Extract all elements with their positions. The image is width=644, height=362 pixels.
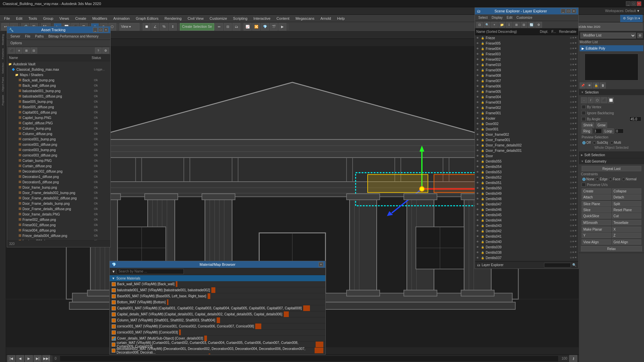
- se-search-input[interactable]: [544, 263, 571, 267]
- radio-subcategory[interactable]: SubObj: [593, 141, 608, 144]
- se-list-item[interactable]: 👁🔒Dentils038⊙❄👁: [475, 250, 578, 255]
- selection-label[interactable]: Selection: [1, 61, 5, 75]
- se-list-item[interactable]: 👁🔒Frame004⊙❄👁: [475, 94, 578, 100]
- mirror-button[interactable]: ⇔: [215, 23, 223, 31]
- se-menu-edit[interactable]: Edit: [505, 15, 515, 20]
- asset-list-item[interactable]: 🖼Door_Frame_details_bump.pngOk: [7, 201, 110, 206]
- collapse-button[interactable]: Collapse: [612, 188, 641, 194]
- at-tb-1[interactable]: ⬛: [8, 48, 15, 54]
- render-setup-button[interactable]: 🎬: [270, 23, 278, 31]
- asset-list-item[interactable]: 🖼Column_diffuse.pngOk: [7, 131, 110, 136]
- asset-list-item[interactable]: 🖼Door_Frame_details002_diffuse.pngOk: [7, 195, 110, 201]
- menu-views[interactable]: Views: [57, 15, 72, 22]
- se-maximize[interactable]: □: [566, 9, 571, 13]
- menu-file[interactable]: File: [1, 15, 13, 22]
- menu-tools[interactable]: Tools: [26, 15, 40, 22]
- asset-list-item[interactable]: 🖼Column_bump.pngOk: [7, 126, 110, 131]
- se-tb-sync[interactable]: 🔄: [528, 22, 535, 28]
- show-end-result-button[interactable]: 👁: [586, 82, 592, 88]
- shrink-button[interactable]: Shrink: [582, 122, 594, 128]
- asset-list-item[interactable]: 🖼balustrade001_bump.pngOk: [7, 88, 110, 94]
- repeat-last-button[interactable]: Repeat Last: [582, 166, 641, 171]
- at-maximize[interactable]: □: [98, 27, 103, 32]
- menu-animation[interactable]: Animation: [111, 15, 132, 22]
- at-menu-file[interactable]: File: [23, 34, 32, 39]
- angle-snap-button[interactable]: ∠: [151, 23, 159, 31]
- asset-list-item[interactable]: 🖼Frame002_diffuse.pngOk: [7, 217, 110, 222]
- se-list-item[interactable]: 👁🔒Dentils048⊙❄👁: [475, 196, 578, 201]
- se-list-item[interactable]: 👁🔒Dentils047⊙❄👁: [475, 201, 578, 207]
- se-list-item[interactable]: 👁🔒Footer⊙❄👁: [475, 116, 578, 121]
- asset-list-item[interactable]: 🖼Curtain_bump.PNGOk: [7, 158, 110, 163]
- asset-list-item[interactable]: 🖼Decoration5_diffuse.pngOk: [7, 179, 110, 185]
- asset-list-item[interactable]: 🖼Door_frame_details.PNGOk: [7, 212, 110, 217]
- create-button[interactable]: Create: [582, 188, 611, 194]
- by-vertex-checkbox[interactable]: [582, 105, 586, 109]
- anim-start-button[interactable]: |◀: [7, 355, 15, 362]
- at-close[interactable]: ×: [104, 27, 108, 32]
- se-list-item[interactable]: 👁🔒Frieze⊙❄👁: [475, 35, 578, 41]
- se-tb-filter[interactable]: ⊡: [476, 22, 483, 28]
- se-close[interactable]: ×: [572, 9, 576, 13]
- se-tb-add[interactable]: +: [491, 22, 498, 28]
- radio-edge-constraint[interactable]: Edge: [596, 177, 607, 181]
- menu-edit[interactable]: Edit: [13, 15, 25, 22]
- modeling-label[interactable]: Modeling: [1, 33, 5, 46]
- menu-content[interactable]: Content: [274, 15, 292, 22]
- edit-geometry-header[interactable]: ▼ Edit Geometry: [579, 158, 644, 164]
- snap-toggle-button[interactable]: 🔲: [143, 23, 151, 31]
- menu-interactive[interactable]: Interactive: [251, 15, 273, 22]
- se-list-item[interactable]: 👁🔒Dentils043⊙❄👁: [475, 223, 578, 228]
- at-tb-settings[interactable]: ⚙: [102, 48, 109, 54]
- asset-list-item[interactable]: 🖼cornice003_diffuse.pngOk: [7, 153, 110, 158]
- render-frame-button[interactable]: ▶: [278, 23, 286, 31]
- se-list-item[interactable]: 👁🔒Frame008⊙❄👁: [475, 73, 578, 78]
- se-menu-customize[interactable]: Customize: [515, 15, 534, 20]
- mat-list-item[interactable]: cornice003_MAT (VRayMtl) [Cornice003]: [110, 329, 325, 336]
- mat-list-item[interactable]: Column_MAT (VRayMtl) [Shaft001, Shaft002…: [110, 317, 325, 323]
- se-tb-group[interactable]: 📁: [498, 22, 505, 28]
- radio-off[interactable]: Off: [582, 141, 591, 144]
- se-list-item[interactable]: 👁🔒Dentils040⊙❄👁: [475, 239, 578, 244]
- se-list-item[interactable]: 👁🔒Friese002⊙❄👁: [475, 57, 578, 62]
- menu-modifiers[interactable]: Modifiers: [90, 15, 110, 22]
- asset-list-item[interactable]: 🖼Decoration002_diffuse.pngOk: [7, 169, 110, 174]
- se-list-item[interactable]: 👁🔒Frame003⊙❄👁: [475, 100, 578, 105]
- mat-search-input[interactable]: [117, 269, 184, 274]
- detach-button[interactable]: Detach: [612, 194, 641, 200]
- asset-list-item[interactable]: 🖼cornice003_bump.pngOk: [7, 147, 110, 153]
- make-planar-button[interactable]: Make Planar: [582, 227, 611, 232]
- asset-list-item[interactable]: 🔷Classical_Building_max.maxLogge...: [7, 67, 110, 72]
- spinner-snap-button[interactable]: ⇕: [169, 23, 177, 31]
- remove-modifier-button[interactable]: 🗑: [600, 82, 606, 88]
- menu-rendering[interactable]: Rendering: [162, 15, 184, 22]
- menu-scripting[interactable]: Scripting: [230, 15, 250, 22]
- at-tb-help[interactable]: ?: [95, 48, 102, 54]
- schematic-view-button[interactable]: 🔀: [252, 23, 260, 31]
- se-menu-select[interactable]: Select: [476, 15, 490, 20]
- asset-list-item[interactable]: 🖼Friese002_diffuse.pngOk: [7, 222, 110, 228]
- preserve-uvs-checkbox[interactable]: [582, 183, 586, 187]
- asset-list-item[interactable]: 📁Autodesk Vault: [7, 61, 110, 67]
- percent-snap-button[interactable]: %: [160, 23, 168, 31]
- loop-input[interactable]: [615, 129, 624, 133]
- se-list-item[interactable]: 👁🔒Dentils037⊙❄👁: [475, 255, 578, 260]
- mat-list-item[interactable]: Back_wall_MAT (VRayMtl) [Back_wall]: [110, 281, 325, 287]
- mat-list-item[interactable]: Capital_details_MAT (VRayMtl) [Capital_d…: [110, 311, 325, 317]
- se-list-item[interactable]: 👁🔒Frame006⊙❄👁: [475, 83, 578, 89]
- y-button[interactable]: Y: [582, 233, 611, 238]
- close-button[interactable]: ×: [637, 1, 641, 6]
- radio-multi[interactable]: Multi: [610, 141, 621, 144]
- at-menu-server[interactable]: Server: [8, 34, 22, 39]
- layer-manager-button[interactable]: 🗂: [232, 23, 240, 31]
- asset-list-item[interactable]: 🖼Decoration1_diffuse.pngOk: [7, 174, 110, 179]
- se-list-item[interactable]: 👁🔒Dentils052⊙❄👁: [475, 175, 578, 180]
- modifier-dropdown[interactable]: Modifier List: [580, 33, 636, 39]
- asset-list-item[interactable]: 🖼Base005_bump.pngOk: [7, 99, 110, 104]
- se-list-item[interactable]: 👁🔒Dentils041⊙❄👁: [475, 234, 578, 239]
- se-list-item[interactable]: 👁🔒Dentils046⊙❄👁: [475, 207, 578, 212]
- vertex-icon[interactable]: ·: [581, 97, 587, 103]
- se-list-item[interactable]: 👁🔒Door002⊙❄👁: [475, 121, 578, 126]
- asset-list-item[interactable]: 🖼Door_Frame_details002_bump.pngOk: [7, 190, 110, 195]
- material-editor-button[interactable]: 💎: [261, 23, 269, 31]
